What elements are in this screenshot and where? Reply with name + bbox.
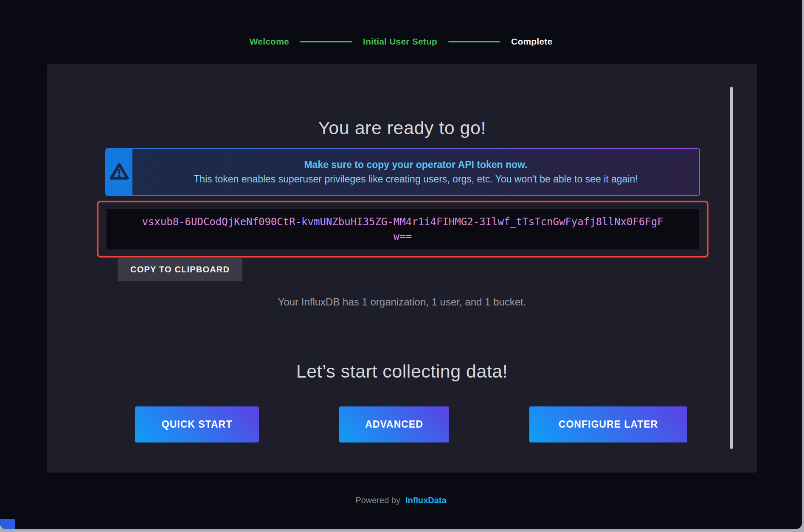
influxdata-brand-link[interactable]: InfluxData [405, 496, 447, 505]
quick-start-button[interactable]: QUICK START [135, 406, 259, 442]
warning-banner-body: Make sure to copy your operator API toke… [106, 149, 699, 195]
warning-icon-block [106, 149, 132, 195]
app-window: Welcome Initial User Setup Complete You … [0, 0, 802, 529]
warning-message: This token enables superuser privileges … [194, 174, 638, 185]
token-highlight-box: vsxub8-6UDCodQjKeNf090CtR-kvmUNZbuHI35ZG… [97, 201, 708, 258]
stepper-step-initial-user-setup[interactable]: Initial User Setup [363, 36, 437, 47]
operator-api-token-box: vsxub8-6UDCodQjKeNf090CtR-kvmUNZbuHI35ZG… [107, 209, 699, 249]
stepper-step-complete: Complete [511, 36, 552, 47]
copy-to-clipboard-button[interactable]: COPY TO CLIPBOARD [118, 258, 242, 281]
api-token-warning-banner: Make sure to copy your operator API toke… [105, 148, 700, 196]
setup-stepper: Welcome Initial User Setup Complete [0, 36, 802, 47]
stepper-connector-line [300, 41, 352, 42]
powered-by-label: Powered by [355, 496, 400, 505]
footer: Powered by InfluxData [0, 496, 802, 505]
stepper-connector-line [448, 41, 500, 42]
next-step-actions: QUICK START ADVANCED CONFIGURE LATER [135, 406, 687, 442]
stepper-step-welcome[interactable]: Welcome [250, 36, 289, 47]
advanced-button[interactable]: ADVANCED [339, 406, 449, 442]
alert-triangle-icon [110, 162, 129, 182]
warning-text: Make sure to copy your operator API toke… [132, 149, 699, 195]
configure-later-button[interactable]: CONFIGURE LATER [529, 406, 687, 442]
warning-title: Make sure to copy your operator API toke… [304, 159, 527, 171]
collect-data-heading: Let’s start collecting data! [47, 361, 757, 382]
vertical-scrollbar-thumb[interactable] [730, 87, 733, 449]
completion-panel: You are ready to go! Make sure to copy y… [47, 64, 757, 473]
operator-api-token-value: vsxub8-6UDCodQjKeNf090CtR-kvmUNZbuHI35ZG… [140, 215, 666, 244]
bottom-left-blue-fragment [0, 519, 15, 529]
setup-summary-text: Your InfluxDB has 1 organization, 1 user… [47, 296, 757, 308]
ready-heading: You are ready to go! [47, 118, 757, 138]
